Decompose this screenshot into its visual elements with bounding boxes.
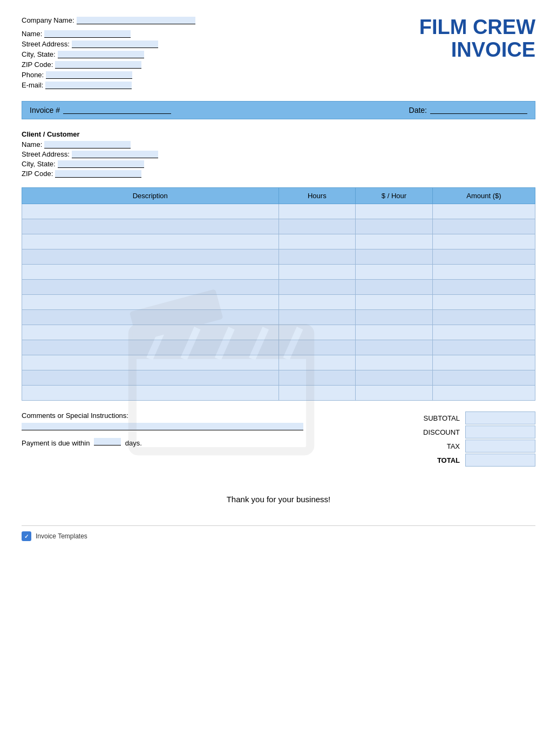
row-hours-cell[interactable] (278, 370, 356, 386)
row-rate-cell[interactable] (356, 340, 433, 355)
date-field[interactable] (430, 106, 527, 114)
comments-field[interactable] (22, 423, 303, 430)
client-zip-field[interactable] (55, 170, 141, 178)
row-hours-cell[interactable] (278, 265, 356, 280)
row-amount-cell[interactable] (432, 280, 535, 295)
company-name-field[interactable] (77, 17, 195, 24)
row-hours-cell[interactable] (278, 355, 356, 370)
row-hours-cell[interactable] (278, 204, 356, 219)
invoice-number-field[interactable] (63, 106, 171, 114)
sender-street-field[interactable] (72, 40, 158, 48)
row-description-cell[interactable] (22, 310, 279, 325)
city-state-label: City, State: (22, 50, 56, 58)
sender-city-field[interactable] (58, 51, 144, 58)
row-description-cell[interactable] (22, 386, 279, 401)
row-hours-cell[interactable] (278, 234, 356, 249)
row-rate-cell[interactable] (356, 295, 433, 310)
row-amount-cell[interactable] (432, 355, 535, 370)
row-hours-cell[interactable] (278, 310, 356, 325)
discount-label: DISCOUNT (384, 428, 465, 436)
subtotal-label: SUBTOTAL (384, 414, 465, 422)
invoice-num-label: Invoice # (30, 106, 60, 114)
row-hours-cell[interactable] (278, 340, 356, 355)
table-row (22, 265, 535, 280)
row-rate-cell[interactable] (356, 386, 433, 401)
row-description-cell[interactable] (22, 280, 279, 295)
row-rate-cell[interactable] (356, 204, 433, 219)
row-rate-cell[interactable] (356, 249, 433, 265)
row-hours-cell[interactable] (278, 386, 356, 401)
row-hours-cell[interactable] (278, 295, 356, 310)
row-amount-cell[interactable] (432, 219, 535, 234)
date-label: Date: (409, 106, 427, 114)
row-description-cell[interactable] (22, 265, 279, 280)
row-description-cell[interactable] (22, 204, 279, 219)
payment-label-after: days. (125, 439, 142, 447)
row-amount-cell[interactable] (432, 234, 535, 249)
row-amount-cell[interactable] (432, 386, 535, 401)
table-row (22, 249, 535, 265)
table-row (22, 280, 535, 295)
client-city-field[interactable] (58, 160, 144, 168)
sender-email-field[interactable] (45, 82, 132, 89)
row-description-cell[interactable] (22, 219, 279, 234)
row-rate-cell[interactable] (356, 355, 433, 370)
client-street-field[interactable] (72, 151, 158, 158)
row-amount-cell[interactable] (432, 370, 535, 386)
tax-field[interactable] (465, 440, 535, 453)
row-rate-cell[interactable] (356, 219, 433, 234)
table-row (22, 234, 535, 249)
row-rate-cell[interactable] (356, 280, 433, 295)
row-rate-cell[interactable] (356, 265, 433, 280)
row-description-cell[interactable] (22, 370, 279, 386)
name-label: Name: (22, 30, 42, 38)
row-rate-cell[interactable] (356, 370, 433, 386)
row-hours-cell[interactable] (278, 249, 356, 265)
invoice-bar: Invoice # Date: (22, 101, 535, 119)
row-rate-cell[interactable] (356, 234, 433, 249)
row-description-cell[interactable] (22, 295, 279, 310)
row-description-cell[interactable] (22, 355, 279, 370)
row-amount-cell[interactable] (432, 265, 535, 280)
table-row (22, 325, 535, 340)
row-amount-cell[interactable] (432, 310, 535, 325)
client-street-label: Street Address: (22, 150, 70, 158)
payment-days-field[interactable] (94, 438, 121, 446)
row-amount-cell[interactable] (432, 249, 535, 265)
sender-name-field[interactable] (44, 30, 131, 38)
row-description-cell[interactable] (22, 234, 279, 249)
row-description-cell[interactable] (22, 325, 279, 340)
sender-phone-field[interactable] (46, 71, 132, 79)
row-hours-cell[interactable] (278, 280, 356, 295)
comments-label: Comments or Special Instructions: (22, 411, 373, 420)
title-invoice: INVOICE (419, 39, 535, 62)
col-rate: $ / Hour (356, 188, 433, 204)
row-hours-cell[interactable] (278, 219, 356, 234)
phone-label: Phone: (22, 71, 44, 79)
client-name-field[interactable] (44, 141, 131, 148)
street-address-label: Street Address: (22, 40, 70, 48)
row-description-cell[interactable] (22, 340, 279, 355)
email-label: E-mail: (22, 81, 43, 89)
discount-field[interactable] (465, 426, 535, 438)
row-description-cell[interactable] (22, 249, 279, 265)
row-amount-cell[interactable] (432, 204, 535, 219)
col-amount: Amount ($) (432, 188, 535, 204)
footer-section: Comments or Special Instructions: Paymen… (22, 411, 535, 468)
total-field[interactable] (465, 454, 535, 467)
row-amount-cell[interactable] (432, 325, 535, 340)
row-rate-cell[interactable] (356, 325, 433, 340)
sender-zip-field[interactable] (55, 61, 141, 69)
branding-text: Invoice Templates (36, 532, 87, 540)
title-film-crew: FILM CREW (419, 16, 535, 39)
row-amount-cell[interactable] (432, 295, 535, 310)
footer-left: Comments or Special Instructions: Paymen… (22, 411, 373, 447)
subtotal-field[interactable] (465, 411, 535, 424)
table-row (22, 219, 535, 234)
row-hours-cell[interactable] (278, 325, 356, 340)
row-rate-cell[interactable] (356, 310, 433, 325)
zip-code-label: ZIP Code: (22, 60, 53, 69)
table-row (22, 370, 535, 386)
client-zip-label: ZIP Code: (22, 170, 53, 178)
row-amount-cell[interactable] (432, 340, 535, 355)
